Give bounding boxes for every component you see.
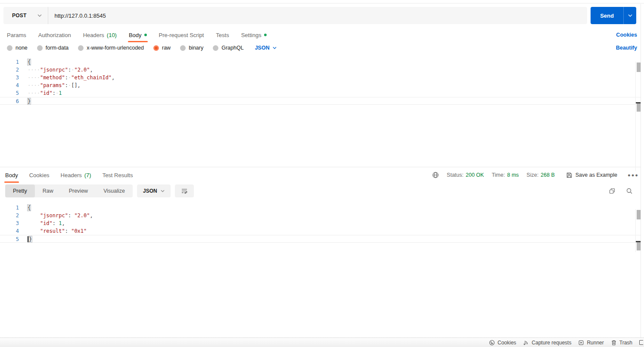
footer-bar: Cookies Capture requests Runner bbox=[0, 338, 644, 347]
code-text: ····"method":·"eth_chainId", bbox=[19, 74, 115, 81]
tab-headers[interactable]: Headers (10) bbox=[83, 28, 117, 42]
tab-pre-request-script[interactable]: Pre-request Script bbox=[159, 28, 204, 42]
trash-icon bbox=[611, 340, 617, 346]
cookie-icon bbox=[489, 340, 495, 346]
tab-authorization[interactable]: Authorization bbox=[38, 28, 71, 42]
active-tab-underline bbox=[4, 181, 19, 183]
code-line[interactable]: 2 "jsonrpc": "2.0", bbox=[0, 212, 644, 219]
postman-app: POST http://127.0.0.1:8545 Send Params A… bbox=[0, 0, 644, 347]
line-number: 2 bbox=[0, 212, 19, 219]
scrollbar-thumb[interactable] bbox=[637, 63, 641, 72]
radio-selected-icon bbox=[153, 45, 159, 51]
code-line[interactable]: 5····"id":·1 bbox=[0, 89, 644, 97]
code-text: { bbox=[19, 58, 31, 66]
body-type-x-www-form-urlencoded[interactable]: x-www-form-urlencoded bbox=[78, 45, 144, 51]
footer-runner[interactable]: Runner bbox=[578, 340, 604, 346]
view-visualize[interactable]: Visualize bbox=[96, 184, 133, 197]
wrap-text-icon bbox=[181, 188, 188, 194]
body-type-row: none form-data x-www-form-urlencoded raw… bbox=[0, 42, 644, 55]
footer-trash[interactable]: Trash bbox=[611, 340, 632, 346]
code-line[interactable]: 1{ bbox=[0, 204, 644, 212]
top-divider bbox=[0, 0, 644, 3]
url-input[interactable]: http://127.0.0.1:8545 bbox=[48, 7, 587, 24]
tab-settings[interactable]: Settings bbox=[241, 28, 267, 42]
body-type-none[interactable]: none bbox=[7, 45, 28, 51]
code-line[interactable]: 2····"jsonrpc":·"2.0", bbox=[0, 66, 644, 74]
chevron-down-icon bbox=[161, 190, 165, 192]
url-bar: POST http://127.0.0.1:8545 bbox=[3, 7, 587, 24]
radio-icon bbox=[37, 45, 43, 51]
capture-requests-icon bbox=[523, 340, 529, 346]
line-number: 3 bbox=[0, 219, 19, 227]
code-line[interactable]: 3 "id": 1, bbox=[0, 219, 644, 227]
right-sidebar-rail bbox=[641, 4, 644, 338]
view-raw[interactable]: Raw bbox=[35, 184, 61, 197]
chevron-down-icon bbox=[628, 14, 632, 17]
runner-icon bbox=[578, 340, 584, 346]
line-number: 2 bbox=[0, 66, 19, 74]
copy-response-icon[interactable] bbox=[609, 188, 616, 194]
response-toolbar: Pretty Raw Preview Visualize JSON bbox=[0, 183, 644, 201]
tab-params[interactable]: Params bbox=[7, 28, 26, 42]
response-tab-test-results[interactable]: Test Results bbox=[103, 167, 133, 183]
chevron-down-icon bbox=[37, 14, 42, 17]
code-line[interactable]: 4 "result": "0x1" bbox=[0, 227, 644, 235]
send-button[interactable]: Send bbox=[591, 7, 623, 24]
cursor-marker-tail bbox=[637, 242, 641, 250]
chevron-down-icon bbox=[273, 47, 277, 49]
footer-capture-requests[interactable]: Capture requests bbox=[523, 340, 571, 346]
save-icon bbox=[566, 172, 572, 178]
response-headers-count: (7) bbox=[84, 172, 91, 178]
send-options-button[interactable] bbox=[623, 7, 636, 24]
method-select[interactable]: POST bbox=[3, 7, 48, 24]
response-meta: Status: 200 OK Time: 8 ms Size: 268 B Sa… bbox=[432, 172, 639, 178]
request-url-row: POST http://127.0.0.1:8545 Send bbox=[0, 3, 644, 28]
tab-tests[interactable]: Tests bbox=[216, 28, 229, 42]
cookies-link[interactable]: Cookies bbox=[616, 32, 637, 38]
code-text: } bbox=[19, 97, 31, 104]
view-preview[interactable]: Preview bbox=[61, 184, 96, 197]
line-number: 1 bbox=[0, 58, 19, 66]
response-tab-body[interactable]: Body bbox=[5, 167, 18, 183]
code-text: "jsonrpc": "2.0", bbox=[19, 212, 93, 219]
code-line[interactable]: 6} bbox=[0, 97, 644, 105]
view-pretty[interactable]: Pretty bbox=[5, 184, 35, 197]
request-language-select[interactable]: JSON bbox=[255, 45, 277, 51]
line-number: 4 bbox=[0, 227, 19, 235]
code-text: { bbox=[19, 204, 31, 212]
response-language-select[interactable]: JSON bbox=[137, 184, 171, 197]
body-type-binary[interactable]: binary bbox=[180, 45, 203, 51]
request-body-editor[interactable]: 1{2····"jsonrpc":·"2.0",3····"method":·"… bbox=[0, 55, 644, 167]
beautify-link[interactable]: Beautify bbox=[616, 45, 637, 51]
headers-count: (10) bbox=[107, 32, 117, 38]
code-line[interactable]: 4····"params":·[], bbox=[0, 81, 644, 89]
scrollbar-thumb[interactable] bbox=[637, 210, 641, 219]
body-type-form-data[interactable]: form-data bbox=[37, 45, 69, 51]
wrap-text-button[interactable] bbox=[175, 184, 194, 197]
response-tab-cookies[interactable]: Cookies bbox=[29, 167, 50, 183]
body-type-graphql[interactable]: GraphQL bbox=[213, 45, 243, 51]
code-text: } bbox=[19, 235, 32, 242]
status-badge: Status: 200 OK bbox=[447, 172, 484, 178]
code-text: "id": 1, bbox=[19, 219, 65, 227]
radio-icon bbox=[78, 45, 84, 51]
cursor-marker-tail bbox=[637, 103, 641, 112]
response-body-editor[interactable]: 1{2 "jsonrpc": "2.0",3 "id": 1,4 "result… bbox=[0, 201, 644, 328]
body-type-raw[interactable]: raw bbox=[153, 45, 171, 51]
line-number: 1 bbox=[0, 204, 19, 212]
footer-cookies[interactable]: Cookies bbox=[489, 340, 516, 346]
save-as-example-button[interactable]: Save as Example bbox=[566, 172, 617, 178]
code-line[interactable]: 3····"method":·"eth_chainId", bbox=[0, 74, 644, 81]
code-text: ····"jsonrpc":·"2.0", bbox=[19, 66, 93, 74]
radio-icon bbox=[180, 45, 186, 51]
code-line[interactable]: 5} bbox=[0, 235, 644, 243]
response-tab-headers[interactable]: Headers (7) bbox=[61, 167, 91, 183]
code-text: ····"params":·[], bbox=[19, 81, 81, 89]
more-actions-icon[interactable]: ●●● bbox=[628, 172, 639, 178]
globe-icon[interactable] bbox=[432, 172, 439, 178]
code-line[interactable]: 1{ bbox=[0, 58, 644, 66]
search-response-icon[interactable] bbox=[626, 188, 633, 194]
tab-body[interactable]: Body bbox=[129, 28, 147, 42]
line-number: 6 bbox=[0, 97, 19, 104]
footer-partial-icon[interactable] bbox=[639, 340, 643, 345]
